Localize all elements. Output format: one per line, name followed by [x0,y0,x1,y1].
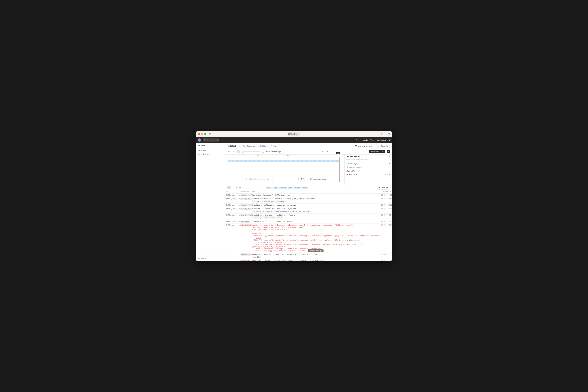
io-manager-link[interactable]: PickledObjectFilesystemIOManager [263,211,289,212]
reexecute-button[interactable]: Re-execute All (*) [369,150,385,153]
forward-button[interactable]: › [215,132,216,135]
log-op: hello_logs_error [226,198,240,200]
chip-warning[interactable]: warning [279,186,287,189]
fork-icon [198,145,200,147]
reload-repo-icon[interactable]: ⟳ [205,257,206,259]
debug-file-button[interactable]: Debug file [376,144,390,148]
copy-url-button[interactable]: Copy URL [377,186,390,190]
log-table[interactable]: OP EVENT TYPE INFO TIMESTAMP hello_logs_… [225,190,392,261]
filter-icon[interactable] [321,150,324,153]
gantt-chart[interactable]: 0.5s 1.0s 1.6s ✦ Type a Step Subset (ex:… [225,154,345,185]
chip-info[interactable]: info [273,186,278,189]
sidebar-item-demo-job[interactable]: demo_job [196,148,225,152]
log-row[interactable]: hello_logs_errorENGINE_EVENT[Multiproces… [225,197,392,204]
log-timestamp: 20:48:16.116 [381,254,392,255]
sidebar: Jobs demo_job demo_job_error repo ⟳ [196,143,225,261]
event-type-tag: STEP_FAILURE [240,224,252,226]
log-level-chips: debug info warning error critical event [266,186,308,189]
tabs-icon[interactable] [388,133,390,135]
raw-view-icon[interactable] [232,186,235,189]
log-timestamp: 20:48:15.916 [381,208,392,210]
nav-assets[interactable]: Assets [362,139,368,141]
sidebar-toggle-icon[interactable] [209,132,211,135]
section-not-executed[interactable]: Not Executed (0) ▼ [345,154,392,158]
view-full-message-button[interactable]: View full message [308,249,324,252]
slider-thumb[interactable] [242,151,244,152]
url-bar[interactable]: 127.0.0.1 ᵃA ⟳ [288,132,300,136]
reload-icon[interactable]: ⟳ [298,133,299,135]
structured-view-icon[interactable] [227,186,231,189]
step-settings-button[interactable]: ⚙ ˄ [300,177,305,181]
translate-icon[interactable]: ᵃA [295,133,297,135]
log-row[interactable]: -RUN_FAILUREExecution of run for "demo_j… [225,259,392,261]
job-link[interactable]: demo_job_error [248,145,259,147]
chevron-down-icon: ▼ [389,156,390,157]
checkbox-input[interactable] [306,178,308,180]
dagster-logo[interactable] [198,138,201,142]
close-window-button[interactable] [198,133,200,135]
maximize-window-button[interactable] [204,133,206,135]
log-row[interactable]: hello_logs_errorENGINE_EVENTFinished ini… [225,207,392,214]
section-errored[interactable]: Errored (1) ▼ [345,169,392,173]
log-row[interactable]: hello_logs_errorSTEP_FAILUREdagster.core… [225,224,392,253]
refresh-icon: ⟳ [241,145,243,147]
view-timed-icon[interactable] [237,150,240,153]
chip-critical[interactable]: critical [294,186,301,189]
search-box[interactable]: 🔍 / [203,138,218,142]
step-subset-input[interactable]: ✦ Type a Step Subset (ex: hello_logs_err… [242,177,299,181]
back-button[interactable]: ‹ [213,132,214,135]
log-type: ENGINE_EVENT [240,208,252,210]
status-dot-icon [271,146,272,146]
run-header: 456cf555 i ⟳ Run of demo_job_error @ b89… [225,143,392,149]
log-timestamp: 20:48:15.954 [381,214,392,216]
log-op: hello_logs_error [226,208,240,210]
log-timestamp: 20:48:15.892 [381,204,392,206]
kv-box: io_managerPickledObjectFilesystemIOManag… [252,210,311,213]
zoom-slider[interactable] [242,152,260,152]
log-type: ENGINE_EVENT [240,254,252,256]
new-tab-icon[interactable]: + [385,133,386,135]
svg-point-5 [199,146,199,146]
log-info: Started capturing logs for solid: hello_… [252,214,381,219]
error-dot-icon [347,174,348,175]
chip-event[interactable]: event [302,186,308,189]
chip-error[interactable]: error [288,186,293,189]
sidebar-item-demo-job-error[interactable]: demo_job_error [196,152,225,156]
search-kbd: / [217,139,219,141]
target-icon: ✦ [243,178,244,180]
nav-status[interactable]: Status [370,139,375,141]
search-input[interactable] [207,139,216,141]
log-row[interactable]: -ENGINE_EVENTMultiprocess executor: pare… [225,253,392,259]
sidebar-footer[interactable]: repo ⟳ [196,256,225,261]
chip-debug[interactable]: debug [266,186,273,189]
gantt-step-bar[interactable] [228,160,339,162]
commit-link[interactable]: b898e0be [261,145,268,147]
view-flat-icon[interactable] [227,150,231,153]
info-icon[interactable]: i [238,145,240,147]
status-text: Failure [273,145,277,147]
hide-not-started-checkbox[interactable]: Hide not started steps [262,151,281,153]
log-row[interactable]: hello_logs_errorLOGS_CAPTUREDStarted cap… [225,214,392,220]
event-type-tag: STEP_START [240,220,250,223]
nav-workspace[interactable]: Workspace [377,139,386,141]
save-icon[interactable] [326,150,329,153]
view-tags-button[interactable]: View tags and config [354,144,375,148]
section-executing[interactable]: Executing (0) ▼ [345,162,392,166]
log-row[interactable]: hello_logs_errorSTEP_STARTStarted execut… [225,220,392,224]
checkbox-input[interactable] [262,151,264,153]
errored-step-item[interactable]: hello_logs_error 0.013s [345,173,392,176]
log-row[interactable]: hello_logs_errorENGINE_EVENTLaunching su… [225,194,392,197]
share-icon[interactable] [381,133,383,135]
event-type-tag: ENGINE_EVENT [240,194,252,196]
view-waterfall-icon[interactable] [232,150,235,153]
log-type: LOGS_CAPTURED [240,214,252,216]
event-type-tag: ENGINE_EVENT [240,208,252,210]
log-filter-input[interactable] [236,186,262,189]
hide-unselected-checkbox[interactable]: Hide unselected steps [306,178,326,180]
nav-runs[interactable]: Runs [356,139,360,141]
settings-icon[interactable]: ⚙ [389,139,390,141]
minimize-window-button[interactable] [201,133,203,135]
log-row[interactable]: hello_logs_errorENGINE_EVENTStarting ini… [225,204,392,207]
reexecute-dropdown[interactable]: ▾ [387,150,390,153]
chevron-down-icon: ▼ [389,163,390,164]
